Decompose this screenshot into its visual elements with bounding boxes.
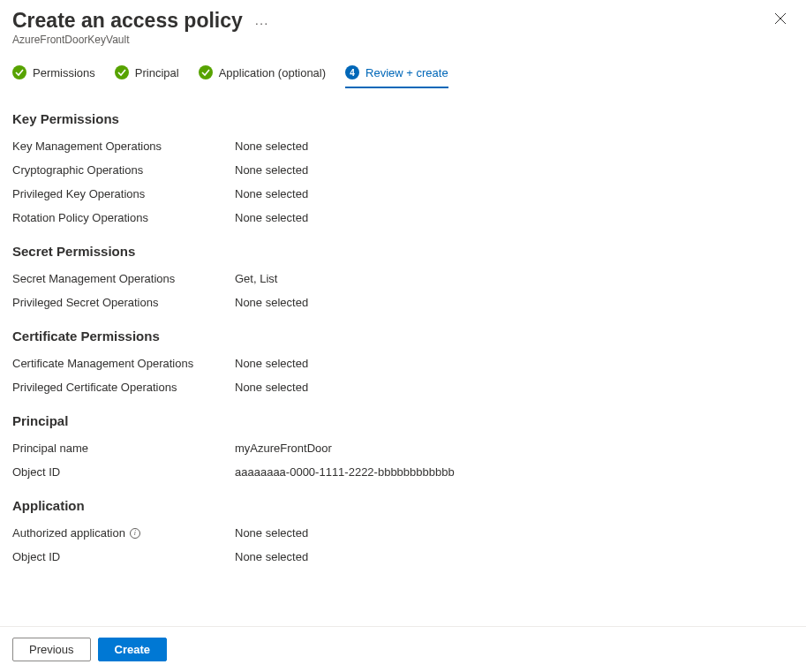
tab-label: Application (optional) (219, 66, 326, 79)
step-number-icon: 4 (345, 65, 359, 79)
page-subtitle: AzureFrontDoorKeyVault (12, 34, 788, 46)
check-icon (115, 65, 129, 79)
row-value: None selected (235, 356, 308, 372)
check-icon (199, 65, 213, 79)
row-value: None selected (235, 139, 308, 155)
table-row: Privileged Certificate Operations None s… (12, 380, 794, 396)
table-row: Certificate Management Operations None s… (12, 356, 794, 372)
tab-label: Review + create (365, 66, 448, 79)
section-heading-principal: Principal (12, 413, 794, 428)
previous-button[interactable]: Previous (12, 638, 91, 661)
tab-label: Principal (135, 66, 179, 79)
tab-application[interactable]: Application (optional) (199, 65, 326, 88)
wizard-footer: Previous Create (0, 626, 806, 672)
more-icon[interactable]: ··· (255, 15, 269, 30)
row-label: Object ID (12, 549, 235, 565)
section-heading-key-permissions: Key Permissions (12, 111, 794, 126)
row-value: None selected (235, 186, 308, 202)
row-value: None selected (235, 210, 308, 226)
row-label: Secret Management Operations (12, 271, 235, 287)
row-label: Certificate Management Operations (12, 356, 235, 372)
table-row: Authorized application i None selected (12, 525, 794, 541)
review-content: Key Permissions Key Management Operation… (0, 88, 806, 635)
row-label: Privileged Key Operations (12, 186, 235, 202)
table-row: Secret Management Operations Get, List (12, 271, 794, 287)
table-row: Rotation Policy Operations None selected (12, 210, 794, 226)
row-label: Cryptographic Operations (12, 162, 235, 178)
row-label: Authorized application i (12, 525, 235, 541)
wizard-tabs: Permissions Principal Application (optio… (0, 48, 806, 88)
section-heading-application: Application (12, 498, 794, 513)
row-label: Rotation Policy Operations (12, 210, 235, 226)
row-label: Principal name (12, 441, 235, 457)
section-heading-certificate-permissions: Certificate Permissions (12, 328, 794, 344)
row-label-text: Authorized application (12, 525, 125, 541)
table-row: Object ID aaaaaaaa-0000-1111-2222-bbbbbb… (12, 464, 794, 480)
row-value: None selected (235, 295, 308, 311)
row-label: Key Management Operations (12, 139, 235, 155)
row-value: myAzureFrontDoor (235, 441, 332, 457)
row-value: Get, List (235, 271, 277, 287)
tab-label: Permissions (33, 66, 95, 79)
title-row: Create an access policy ··· (12, 9, 788, 33)
tab-permissions[interactable]: Permissions (12, 65, 95, 88)
row-value: None selected (235, 525, 308, 541)
row-value: None selected (235, 549, 308, 565)
table-row: Principal name myAzureFrontDoor (12, 441, 794, 457)
table-row: Key Management Operations None selected (12, 139, 794, 155)
close-icon[interactable] (774, 12, 787, 25)
info-icon[interactable]: i (130, 528, 140, 539)
table-row: Privileged Secret Operations None select… (12, 295, 794, 311)
row-label: Privileged Secret Operations (12, 295, 235, 311)
row-label: Privileged Certificate Operations (12, 380, 235, 396)
section-heading-secret-permissions: Secret Permissions (12, 244, 794, 259)
row-value: None selected (235, 162, 308, 178)
page-title: Create an access policy (12, 9, 243, 33)
table-row: Privileged Key Operations None selected (12, 186, 794, 202)
row-value: None selected (235, 380, 308, 396)
table-row: Cryptographic Operations None selected (12, 162, 794, 178)
tab-principal[interactable]: Principal (115, 65, 179, 88)
check-icon (12, 65, 26, 79)
row-label: Object ID (12, 464, 235, 480)
table-row: Object ID None selected (12, 549, 794, 565)
row-value: aaaaaaaa-0000-1111-2222-bbbbbbbbbbbb (235, 464, 455, 480)
create-button[interactable]: Create (98, 638, 167, 661)
page-header: Create an access policy ··· AzureFrontDo… (0, 0, 806, 48)
tab-review-create[interactable]: 4 Review + create (345, 65, 448, 88)
